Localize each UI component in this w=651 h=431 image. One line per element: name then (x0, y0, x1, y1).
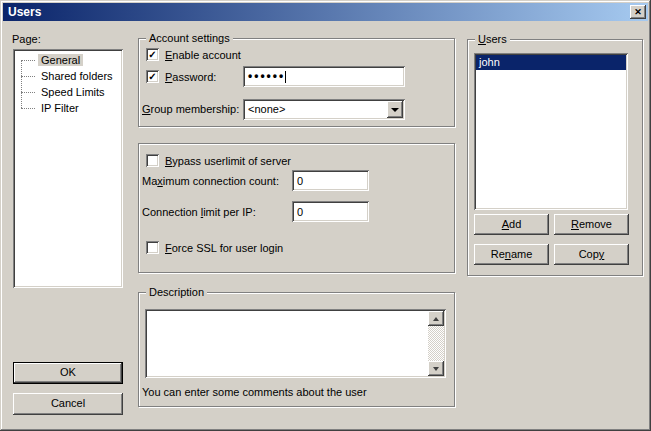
ok-button[interactable]: OK (13, 362, 123, 384)
scroll-down-icon (433, 367, 439, 371)
page-list[interactable]: General Shared folders Speed Limits IP F… (13, 49, 123, 288)
group-account-settings-title: Account settings (146, 32, 233, 45)
tree-connector (21, 108, 35, 109)
tree-connector (21, 60, 35, 61)
group-membership-label: Group membership: (142, 103, 239, 115)
page-item-shared-folders[interactable]: Shared folders (13, 68, 123, 84)
title-bar[interactable]: Users ✕ (3, 3, 648, 21)
users-list-item-john[interactable]: john (476, 55, 626, 70)
description-field (145, 309, 446, 378)
password-checkbox[interactable]: ✓ (146, 70, 159, 83)
add-button[interactable]: Add (474, 214, 549, 235)
chevron-down-icon (391, 108, 399, 112)
description-hint: You can enter some comments about the us… (142, 386, 367, 398)
group-users-title: Users (475, 33, 510, 46)
max-connections-input[interactable] (292, 170, 369, 191)
scroll-track[interactable] (428, 326, 444, 361)
max-connections-label: Maximum connection count: (142, 175, 279, 187)
dropdown-button[interactable] (387, 101, 403, 118)
description-input[interactable] (147, 311, 428, 376)
close-button[interactable]: ✕ (630, 5, 646, 19)
password-row: ✓ Password: (146, 70, 216, 83)
description-scrollbar[interactable] (428, 311, 444, 376)
scroll-up-icon (433, 317, 439, 321)
force-ssl-label: Force SSL for user login (165, 242, 283, 254)
remove-button[interactable]: Remove (554, 214, 629, 235)
page-label: Page: (12, 33, 41, 45)
check-icon: ✓ (146, 48, 159, 61)
scroll-up-button[interactable] (428, 311, 444, 326)
window-title: Users (3, 5, 41, 19)
rename-button[interactable]: Rename (474, 244, 549, 265)
group-membership-select[interactable]: <none> (243, 99, 405, 120)
copy-button[interactable]: Copy (554, 244, 629, 265)
ip-limit-label: Connection limit per IP: (142, 206, 256, 218)
tree-connector (21, 76, 35, 77)
password-input[interactable]: •••••• (243, 66, 405, 87)
scroll-down-button[interactable] (428, 361, 444, 376)
close-icon: ✕ (634, 7, 642, 17)
enable-account-row: ✓ Enable account (146, 48, 241, 61)
group-description-title: Description (146, 286, 207, 299)
bypass-userlimit-checkbox[interactable]: ✓ (146, 154, 159, 167)
cancel-button[interactable]: Cancel (13, 393, 123, 415)
page-item-speed-limits[interactable]: Speed Limits (13, 84, 123, 100)
force-ssl-row: ✓ Force SSL for user login (146, 241, 283, 254)
enable-account-label: Enable account (165, 49, 241, 61)
ip-limit-input[interactable] (292, 201, 369, 222)
users-list[interactable]: john (474, 53, 628, 210)
page-item-general[interactable]: General (13, 52, 123, 68)
enable-account-checkbox[interactable]: ✓ (146, 48, 159, 61)
bypass-userlimit-row: ✓ Bypass userlimit of server (146, 154, 291, 167)
text-caret (285, 71, 286, 83)
tree-connector (21, 92, 35, 93)
check-icon: ✓ (146, 70, 159, 83)
force-ssl-checkbox[interactable]: ✓ (146, 241, 159, 254)
password-label: Password: (165, 71, 216, 83)
bypass-userlimit-label: Bypass userlimit of server (165, 155, 291, 167)
tree-connector (21, 60, 22, 108)
page-item-ip-filter[interactable]: IP Filter (13, 100, 123, 116)
users-dialog: Users ✕ Page: General Shared folders Spe… (0, 0, 651, 431)
